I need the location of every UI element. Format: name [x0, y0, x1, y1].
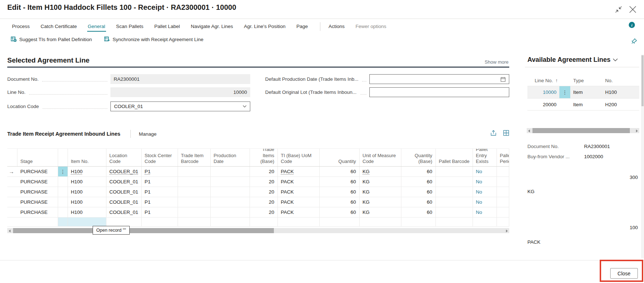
cell-quantity-base[interactable]: 60 [401, 167, 436, 176]
scroll-left-arrow[interactable] [7, 228, 12, 233]
cell-unit-of-measure-code[interactable]: KG [360, 187, 401, 197]
cell-ti-base-uom-code[interactable]: PACK [278, 197, 320, 207]
cell-location-code[interactable]: COOLER_01 [106, 187, 142, 197]
scrollbar-thumb[interactable] [13, 228, 274, 233]
menu-item-actions[interactable]: Actions [328, 22, 345, 32]
panel-table-row[interactable]: 20000ItemH200 [527, 98, 639, 111]
info-icon[interactable]: i [629, 22, 635, 28]
cell-pallet-entry-exists[interactable]: No [473, 207, 497, 217]
panel-col-no[interactable]: No. [602, 78, 639, 83]
menu-item-general[interactable]: General [87, 22, 106, 32]
close-icon[interactable] [628, 5, 637, 14]
location-code-input[interactable]: COOLER_01 [110, 101, 250, 111]
empty-cell[interactable] [106, 218, 142, 226]
cell-pallet-period[interactable] [497, 187, 509, 197]
cell-ti-base-uom-code[interactable]: PACK [278, 207, 320, 217]
empty-cell[interactable] [17, 218, 58, 226]
column-header-pallet-period[interactable]: Pallet Period [497, 149, 509, 166]
cell-quantity-base[interactable]: 60 [401, 177, 436, 187]
cell-stock-center-code[interactable]: P1 [142, 207, 178, 217]
column-header-production-date[interactable]: Production Date [211, 149, 250, 166]
column-header-location-code[interactable]: Location Code [106, 149, 142, 166]
cell-quantity[interactable]: 60 [320, 187, 360, 197]
cell-trade-item-barcode[interactable] [178, 197, 211, 207]
cell-stage[interactable]: PURCHASE [17, 187, 58, 197]
column-header-item-no[interactable]: Item No. [68, 149, 106, 166]
default-production-date-input[interactable] [369, 74, 509, 84]
column-header-ti-base-uom-code[interactable]: TI (Base) UoM Code [278, 149, 320, 166]
panel-col-line-no[interactable]: Line No. ↑ [527, 78, 559, 83]
column-header-trade-item-barcode[interactable]: Trade Item Barcode [178, 149, 211, 166]
cell-pallet-barcode[interactable] [436, 167, 473, 176]
table-horizontal-scrollbar[interactable] [7, 228, 509, 233]
pin-icon[interactable] [631, 38, 637, 44]
cell-stage[interactable]: PURCHASE [17, 177, 58, 187]
cell-quantity-base[interactable]: 60 [401, 207, 436, 217]
menu-item-navigate-agr-lines[interactable]: Navigate Agr. Lines [190, 22, 234, 32]
column-header-pallet-barcode[interactable]: Pallet Barcode [436, 149, 473, 166]
cell-pallet-period[interactable] [497, 177, 509, 187]
cell-trade-items-base[interactable]: 20 [250, 187, 278, 197]
cell-quantity-base[interactable]: 60 [401, 197, 436, 207]
panel-cell-no[interactable]: H100 [602, 89, 639, 95]
empty-cell[interactable] [278, 218, 320, 226]
cell-ti-base-uom-code[interactable]: PACK [278, 177, 320, 187]
cell-quantity[interactable]: 60 [320, 197, 360, 207]
panel-cell-line_no[interactable]: 10000 [527, 89, 559, 95]
cell-production-date[interactable] [211, 167, 250, 176]
default-original-lot-input[interactable] [369, 87, 509, 97]
panel-cell-type[interactable]: Item [570, 102, 602, 107]
cell-ti-base-uom-code[interactable]: PACK [278, 187, 320, 197]
cell-location-code[interactable]: COOLER_01 [106, 177, 142, 187]
cell-location-code[interactable]: COOLER_01 [106, 207, 142, 217]
empty-cell[interactable] [497, 218, 509, 226]
cell-pallet-barcode[interactable] [436, 187, 473, 197]
empty-cell[interactable] [7, 218, 17, 226]
cell-stock-center-code[interactable]: P1 [142, 167, 178, 176]
cell-item-no[interactable]: H100 [68, 187, 106, 197]
scrollbar-thumb[interactable] [532, 128, 630, 133]
column-header-quantity[interactable]: Quantity [320, 149, 360, 166]
cell-quantity[interactable]: 60 [320, 207, 360, 217]
panel-horizontal-scrollbar[interactable] [527, 128, 639, 133]
chevron-down-icon[interactable] [243, 105, 247, 108]
scroll-right-arrow[interactable] [634, 128, 639, 133]
cell-stock-center-code[interactable]: P1 [142, 177, 178, 187]
cell-trade-item-barcode[interactable] [178, 207, 211, 217]
cell-quantity-base[interactable]: 60 [401, 187, 436, 197]
cell-unit-of-measure-code[interactable]: KG [360, 207, 401, 217]
cell-production-date[interactable] [211, 207, 250, 217]
collapse-window-icon[interactable] [615, 5, 623, 13]
cell-trade-item-barcode[interactable] [178, 167, 211, 176]
cell-trade-item-barcode[interactable] [178, 177, 211, 187]
line-no-input[interactable]: 10000 [110, 87, 250, 97]
row-options-icon[interactable] [58, 207, 68, 217]
cell-location-code[interactable]: COOLER_01 [106, 167, 142, 176]
empty-cell[interactable] [58, 218, 68, 226]
row-options-icon[interactable]: ⋮ [58, 167, 68, 176]
column-header-trade-items-base[interactable]: Trade Items (Base) [250, 149, 278, 166]
cell-unit-of-measure-code[interactable]: KG [360, 177, 401, 187]
suggest-tis-button[interactable]: Suggest TIs from Pallet Definition [11, 36, 92, 42]
cell-stage[interactable]: PURCHASE [17, 167, 58, 176]
synchronize-button[interactable]: Synchronize with Receipt Agreement Line [104, 36, 203, 42]
panel-cell-type[interactable]: Item [570, 89, 602, 95]
cell-pallet-barcode[interactable] [436, 177, 473, 187]
empty-cell[interactable] [360, 218, 401, 226]
cell-stock-center-code[interactable]: P1 [142, 187, 178, 197]
cell-pallet-barcode[interactable] [436, 207, 473, 217]
cell-production-date[interactable] [211, 177, 250, 187]
menu-item-scan-pallets[interactable]: Scan Pallets [116, 22, 144, 32]
cell-stage[interactable]: PURCHASE [17, 207, 58, 217]
empty-cell[interactable] [68, 218, 106, 226]
cell-trade-items-base[interactable]: 20 [250, 197, 278, 207]
cell-trade-items-base[interactable]: 20 [250, 167, 278, 176]
row-options-icon[interactable] [58, 177, 68, 187]
open-in-excel-icon[interactable] [503, 130, 509, 136]
menu-item-page[interactable]: Page [296, 22, 309, 32]
empty-cell[interactable] [250, 218, 278, 226]
panel-cell-line_no[interactable]: 20000 [527, 102, 559, 107]
empty-cell[interactable] [436, 218, 473, 226]
column-header-stage[interactable]: Stage [17, 149, 58, 166]
menu-item-pallet-label[interactable]: Pallet Label [154, 22, 181, 32]
